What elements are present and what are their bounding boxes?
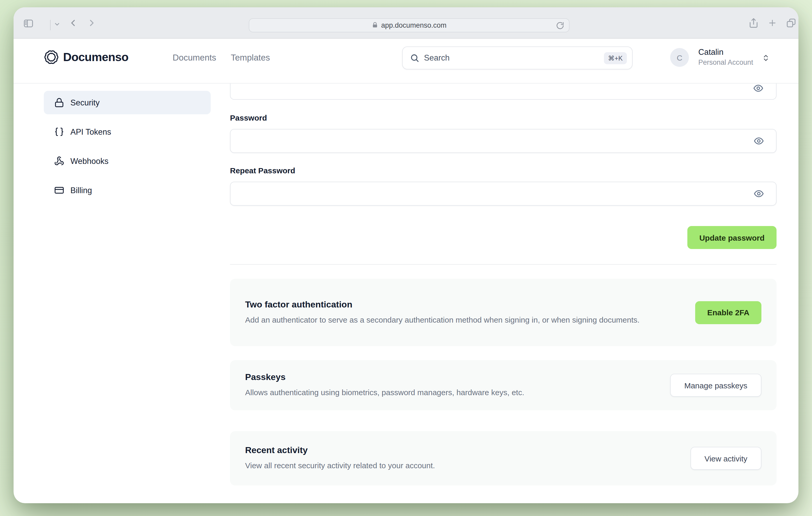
search-box: ⌘+K xyxy=(402,47,633,70)
documenso-logo-icon xyxy=(44,50,59,65)
card-description: Allows authenticating using biometrics, … xyxy=(245,386,524,398)
browser-window: app.documenso.com Documenso xyxy=(13,7,799,503)
view-activity-button[interactable]: View activity xyxy=(690,447,761,470)
desktop-background: app.documenso.com Documenso xyxy=(0,0,812,516)
browser-toolbar: app.documenso.com xyxy=(13,7,799,38)
sidebar-item-label: Billing xyxy=(70,186,92,195)
eye-icon[interactable] xyxy=(754,136,764,146)
manage-passkeys-button[interactable]: Manage passkeys xyxy=(670,374,761,397)
repeat-password-input[interactable] xyxy=(230,182,777,206)
card-title: Two factor authentication xyxy=(245,299,640,310)
sidebar-item-webhooks[interactable]: Webhooks xyxy=(44,149,211,173)
braces-icon xyxy=(54,127,64,137)
tab-overview-icon[interactable] xyxy=(786,18,796,28)
sidebar-item-api-tokens[interactable]: API Tokens xyxy=(44,120,211,143)
sidebar-item-billing[interactable]: Billing xyxy=(44,179,211,202)
sidebar-item-label: API Tokens xyxy=(70,127,111,136)
toolbar-chevron-down-icon[interactable] xyxy=(54,21,60,28)
sidebar-item-label: Webhooks xyxy=(70,156,109,166)
card-description: View all recent security activity relate… xyxy=(245,459,435,471)
settings-sidebar: Security API Tokens Webhooks xyxy=(44,91,211,208)
password-input[interactable] xyxy=(230,129,777,153)
password-form-actions: Update password xyxy=(687,226,777,249)
eye-icon[interactable] xyxy=(754,188,764,199)
url-text: app.documenso.com xyxy=(381,21,447,29)
repeat-password-field-wrap xyxy=(230,182,777,206)
app-header: Documenso Documents Templates ⌘+K C Cata… xyxy=(13,38,799,83)
update-password-button[interactable]: Update password xyxy=(687,226,777,249)
chevrons-up-down-icon xyxy=(762,53,770,63)
recent-activity-text: Recent activity View all recent security… xyxy=(245,445,435,471)
back-icon[interactable] xyxy=(68,18,78,28)
account-subtitle: Personal Account xyxy=(698,58,753,66)
nav-templates[interactable]: Templates xyxy=(231,53,270,63)
sidebar-toggle-icon[interactable] xyxy=(23,18,34,29)
new-tab-icon[interactable] xyxy=(768,18,777,28)
logo[interactable]: Documenso xyxy=(44,50,128,65)
password-label: Password xyxy=(230,113,267,122)
account-name: Catalin xyxy=(698,48,724,57)
two-factor-card: Two factor authentication Add an authent… xyxy=(230,279,777,346)
search-shortcut-badge: ⌘+K xyxy=(604,52,627,64)
reload-icon[interactable] xyxy=(556,21,564,29)
forward-icon[interactable] xyxy=(87,18,97,28)
repeat-password-label: Repeat Password xyxy=(230,166,295,175)
share-icon[interactable] xyxy=(748,17,759,29)
card-description: Add an authenticator to serve as a secon… xyxy=(245,314,640,325)
current-password-field-partial[interactable] xyxy=(230,83,777,100)
sidebar-item-security[interactable]: Security xyxy=(44,91,211,114)
card-title: Recent activity xyxy=(245,445,435,456)
section-divider xyxy=(230,264,777,265)
passkeys-card: Passkeys Allows authenticating using bio… xyxy=(230,360,777,410)
card-title: Passkeys xyxy=(245,372,524,383)
enable-2fa-button[interactable]: Enable 2FA xyxy=(695,301,761,324)
passkeys-text: Passkeys Allows authenticating using bio… xyxy=(245,372,524,398)
webhook-icon xyxy=(54,156,64,166)
search-input[interactable] xyxy=(424,53,604,63)
password-field-wrap xyxy=(230,129,777,153)
search-icon xyxy=(410,53,419,63)
security-settings-panel: Password Repeat Password Update password xyxy=(230,83,777,100)
padlock-icon xyxy=(372,22,378,28)
eye-icon[interactable] xyxy=(753,83,763,93)
main-nav: Documents Templates xyxy=(173,53,270,63)
lock-icon xyxy=(54,98,64,108)
credit-card-icon xyxy=(54,185,64,195)
nav-documents[interactable]: Documents xyxy=(173,53,216,63)
url-bar[interactable]: app.documenso.com xyxy=(249,18,570,32)
account-menu[interactable]: C Catalin Personal Account xyxy=(670,46,771,70)
sidebar-item-label: Security xyxy=(70,98,99,107)
toolbar-divider xyxy=(50,20,51,30)
logo-text: Documenso xyxy=(63,50,128,64)
two-factor-text: Two factor authentication Add an authent… xyxy=(245,299,640,325)
recent-activity-card: Recent activity View all recent security… xyxy=(230,431,777,486)
avatar: C xyxy=(670,48,689,67)
